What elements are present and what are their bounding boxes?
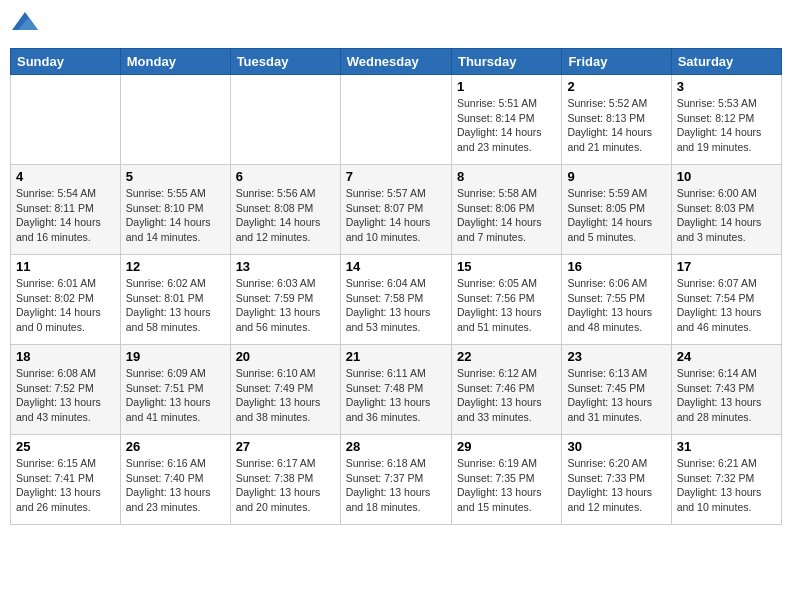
day-info: Sunrise: 6:16 AM Sunset: 7:40 PM Dayligh… xyxy=(126,456,225,515)
weekday-header-row: SundayMondayTuesdayWednesdayThursdayFrid… xyxy=(11,49,782,75)
day-number: 11 xyxy=(16,259,115,274)
calendar-cell: 22Sunrise: 6:12 AM Sunset: 7:46 PM Dayli… xyxy=(451,345,561,435)
day-info: Sunrise: 5:56 AM Sunset: 8:08 PM Dayligh… xyxy=(236,186,335,245)
calendar-cell: 7Sunrise: 5:57 AM Sunset: 8:07 PM Daylig… xyxy=(340,165,451,255)
day-info: Sunrise: 6:05 AM Sunset: 7:56 PM Dayligh… xyxy=(457,276,556,335)
day-info: Sunrise: 5:51 AM Sunset: 8:14 PM Dayligh… xyxy=(457,96,556,155)
day-info: Sunrise: 6:19 AM Sunset: 7:35 PM Dayligh… xyxy=(457,456,556,515)
calendar-table: SundayMondayTuesdayWednesdayThursdayFrid… xyxy=(10,48,782,525)
day-number: 5 xyxy=(126,169,225,184)
day-info: Sunrise: 5:59 AM Sunset: 8:05 PM Dayligh… xyxy=(567,186,665,245)
day-number: 28 xyxy=(346,439,446,454)
calendar-cell: 6Sunrise: 5:56 AM Sunset: 8:08 PM Daylig… xyxy=(230,165,340,255)
calendar-cell: 13Sunrise: 6:03 AM Sunset: 7:59 PM Dayli… xyxy=(230,255,340,345)
day-number: 6 xyxy=(236,169,335,184)
calendar-cell: 10Sunrise: 6:00 AM Sunset: 8:03 PM Dayli… xyxy=(671,165,781,255)
day-info: Sunrise: 6:04 AM Sunset: 7:58 PM Dayligh… xyxy=(346,276,446,335)
weekday-header-monday: Monday xyxy=(120,49,230,75)
day-number: 10 xyxy=(677,169,776,184)
day-info: Sunrise: 5:57 AM Sunset: 8:07 PM Dayligh… xyxy=(346,186,446,245)
day-info: Sunrise: 6:08 AM Sunset: 7:52 PM Dayligh… xyxy=(16,366,115,425)
day-number: 26 xyxy=(126,439,225,454)
day-number: 20 xyxy=(236,349,335,364)
day-info: Sunrise: 6:21 AM Sunset: 7:32 PM Dayligh… xyxy=(677,456,776,515)
calendar-cell: 26Sunrise: 6:16 AM Sunset: 7:40 PM Dayli… xyxy=(120,435,230,525)
logo-icon xyxy=(10,10,40,40)
day-number: 14 xyxy=(346,259,446,274)
weekday-header-saturday: Saturday xyxy=(671,49,781,75)
calendar-cell xyxy=(340,75,451,165)
calendar-cell: 21Sunrise: 6:11 AM Sunset: 7:48 PM Dayli… xyxy=(340,345,451,435)
week-row-5: 25Sunrise: 6:15 AM Sunset: 7:41 PM Dayli… xyxy=(11,435,782,525)
day-number: 2 xyxy=(567,79,665,94)
day-number: 25 xyxy=(16,439,115,454)
calendar-cell xyxy=(120,75,230,165)
calendar-cell xyxy=(11,75,121,165)
calendar-cell: 11Sunrise: 6:01 AM Sunset: 8:02 PM Dayli… xyxy=(11,255,121,345)
calendar-cell: 12Sunrise: 6:02 AM Sunset: 8:01 PM Dayli… xyxy=(120,255,230,345)
day-number: 22 xyxy=(457,349,556,364)
calendar-cell: 24Sunrise: 6:14 AM Sunset: 7:43 PM Dayli… xyxy=(671,345,781,435)
day-info: Sunrise: 6:01 AM Sunset: 8:02 PM Dayligh… xyxy=(16,276,115,335)
weekday-header-sunday: Sunday xyxy=(11,49,121,75)
calendar-cell: 18Sunrise: 6:08 AM Sunset: 7:52 PM Dayli… xyxy=(11,345,121,435)
week-row-2: 4Sunrise: 5:54 AM Sunset: 8:11 PM Daylig… xyxy=(11,165,782,255)
calendar-cell: 31Sunrise: 6:21 AM Sunset: 7:32 PM Dayli… xyxy=(671,435,781,525)
day-number: 17 xyxy=(677,259,776,274)
calendar-cell: 15Sunrise: 6:05 AM Sunset: 7:56 PM Dayli… xyxy=(451,255,561,345)
day-number: 3 xyxy=(677,79,776,94)
calendar-cell: 30Sunrise: 6:20 AM Sunset: 7:33 PM Dayli… xyxy=(562,435,671,525)
day-info: Sunrise: 5:52 AM Sunset: 8:13 PM Dayligh… xyxy=(567,96,665,155)
calendar-cell: 4Sunrise: 5:54 AM Sunset: 8:11 PM Daylig… xyxy=(11,165,121,255)
day-number: 18 xyxy=(16,349,115,364)
calendar-cell: 9Sunrise: 5:59 AM Sunset: 8:05 PM Daylig… xyxy=(562,165,671,255)
day-number: 21 xyxy=(346,349,446,364)
day-info: Sunrise: 6:10 AM Sunset: 7:49 PM Dayligh… xyxy=(236,366,335,425)
calendar-cell: 3Sunrise: 5:53 AM Sunset: 8:12 PM Daylig… xyxy=(671,75,781,165)
day-info: Sunrise: 6:17 AM Sunset: 7:38 PM Dayligh… xyxy=(236,456,335,515)
week-row-3: 11Sunrise: 6:01 AM Sunset: 8:02 PM Dayli… xyxy=(11,255,782,345)
day-info: Sunrise: 5:54 AM Sunset: 8:11 PM Dayligh… xyxy=(16,186,115,245)
day-number: 13 xyxy=(236,259,335,274)
week-row-4: 18Sunrise: 6:08 AM Sunset: 7:52 PM Dayli… xyxy=(11,345,782,435)
calendar-cell xyxy=(230,75,340,165)
day-info: Sunrise: 5:58 AM Sunset: 8:06 PM Dayligh… xyxy=(457,186,556,245)
day-number: 15 xyxy=(457,259,556,274)
day-number: 4 xyxy=(16,169,115,184)
weekday-header-friday: Friday xyxy=(562,49,671,75)
day-info: Sunrise: 5:53 AM Sunset: 8:12 PM Dayligh… xyxy=(677,96,776,155)
day-number: 27 xyxy=(236,439,335,454)
day-number: 19 xyxy=(126,349,225,364)
day-info: Sunrise: 6:02 AM Sunset: 8:01 PM Dayligh… xyxy=(126,276,225,335)
day-number: 24 xyxy=(677,349,776,364)
calendar-cell: 27Sunrise: 6:17 AM Sunset: 7:38 PM Dayli… xyxy=(230,435,340,525)
calendar-cell: 1Sunrise: 5:51 AM Sunset: 8:14 PM Daylig… xyxy=(451,75,561,165)
calendar-cell: 25Sunrise: 6:15 AM Sunset: 7:41 PM Dayli… xyxy=(11,435,121,525)
day-info: Sunrise: 6:11 AM Sunset: 7:48 PM Dayligh… xyxy=(346,366,446,425)
day-number: 31 xyxy=(677,439,776,454)
day-info: Sunrise: 6:09 AM Sunset: 7:51 PM Dayligh… xyxy=(126,366,225,425)
day-number: 1 xyxy=(457,79,556,94)
calendar-cell: 20Sunrise: 6:10 AM Sunset: 7:49 PM Dayli… xyxy=(230,345,340,435)
calendar-cell: 14Sunrise: 6:04 AM Sunset: 7:58 PM Dayli… xyxy=(340,255,451,345)
header-area xyxy=(10,10,782,40)
day-number: 30 xyxy=(567,439,665,454)
logo xyxy=(10,10,44,40)
day-info: Sunrise: 6:20 AM Sunset: 7:33 PM Dayligh… xyxy=(567,456,665,515)
week-row-1: 1Sunrise: 5:51 AM Sunset: 8:14 PM Daylig… xyxy=(11,75,782,165)
calendar-cell: 17Sunrise: 6:07 AM Sunset: 7:54 PM Dayli… xyxy=(671,255,781,345)
day-info: Sunrise: 5:55 AM Sunset: 8:10 PM Dayligh… xyxy=(126,186,225,245)
weekday-header-thursday: Thursday xyxy=(451,49,561,75)
day-number: 9 xyxy=(567,169,665,184)
day-info: Sunrise: 6:03 AM Sunset: 7:59 PM Dayligh… xyxy=(236,276,335,335)
calendar-cell: 8Sunrise: 5:58 AM Sunset: 8:06 PM Daylig… xyxy=(451,165,561,255)
calendar-cell: 2Sunrise: 5:52 AM Sunset: 8:13 PM Daylig… xyxy=(562,75,671,165)
calendar-cell: 28Sunrise: 6:18 AM Sunset: 7:37 PM Dayli… xyxy=(340,435,451,525)
calendar-cell: 23Sunrise: 6:13 AM Sunset: 7:45 PM Dayli… xyxy=(562,345,671,435)
day-info: Sunrise: 6:18 AM Sunset: 7:37 PM Dayligh… xyxy=(346,456,446,515)
calendar-cell: 19Sunrise: 6:09 AM Sunset: 7:51 PM Dayli… xyxy=(120,345,230,435)
day-info: Sunrise: 6:06 AM Sunset: 7:55 PM Dayligh… xyxy=(567,276,665,335)
calendar-cell: 5Sunrise: 5:55 AM Sunset: 8:10 PM Daylig… xyxy=(120,165,230,255)
day-number: 23 xyxy=(567,349,665,364)
day-info: Sunrise: 6:00 AM Sunset: 8:03 PM Dayligh… xyxy=(677,186,776,245)
